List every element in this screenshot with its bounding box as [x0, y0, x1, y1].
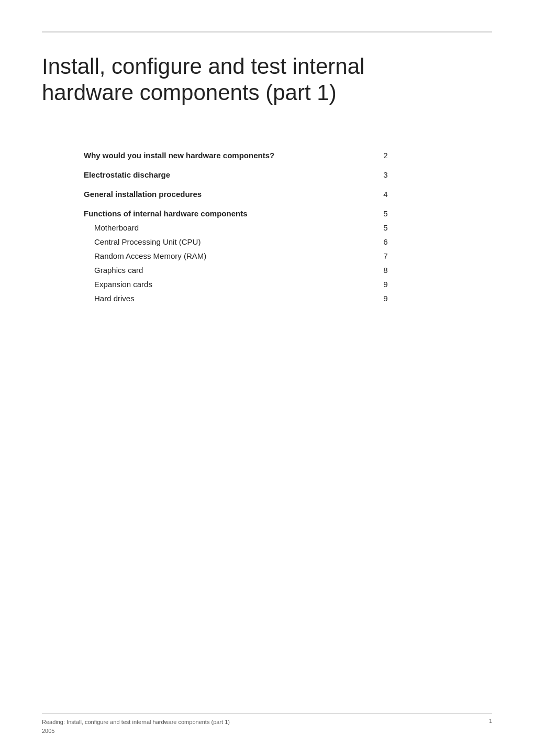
toc-page-general-install: 4 [383, 187, 408, 201]
table-of-contents: Why would you install new hardware compo… [84, 148, 408, 305]
toc-page-electrostatic: 3 [383, 168, 408, 182]
toc-row-cpu: Central Processing Unit (CPU)6 [84, 235, 408, 249]
toc-row-motherboard: Motherboard5 [84, 221, 408, 235]
footer-content: Reading: Install, configure and test int… [42, 718, 492, 735]
footer-border [42, 713, 492, 714]
toc-spacer [84, 162, 408, 168]
footer-reading-info: Reading: Install, configure and test int… [42, 718, 230, 735]
toc-spacer [84, 201, 408, 206]
toc-page-cpu: 6 [383, 235, 408, 249]
toc-row-graphics-card: Graphics card8 [84, 263, 408, 277]
footer-year: 2005 [42, 727, 230, 736]
toc-row-general-install: General installation procedures4 [84, 187, 408, 201]
toc-label-cpu: Central Processing Unit (CPU) [84, 235, 383, 249]
footer-reading-label: Reading: Install, configure and test int… [42, 718, 230, 727]
page-title: Install, configure and test internal har… [42, 53, 408, 106]
toc-page-why-install: 2 [383, 148, 408, 162]
toc-row-ram: Random Access Memory (RAM)7 [84, 249, 408, 263]
toc-page-expansion-cards: 9 [383, 277, 408, 291]
toc-label-general-install: General installation procedures [84, 187, 383, 201]
footer: Reading: Install, configure and test int… [42, 713, 492, 735]
toc-label-hard-drives: Hard drives [84, 291, 383, 305]
page: Install, configure and test internal har… [0, 0, 534, 756]
toc-label-functions-internal: Functions of internal hardware component… [84, 206, 383, 221]
toc-row-hard-drives: Hard drives9 [84, 291, 408, 305]
toc-label-electrostatic: Electrostatic discharge [84, 168, 383, 182]
toc-page-hard-drives: 9 [383, 291, 408, 305]
toc-row-functions-internal: Functions of internal hardware component… [84, 206, 408, 221]
toc-page-functions-internal: 5 [383, 206, 408, 221]
toc-row-electrostatic: Electrostatic discharge3 [84, 168, 408, 182]
toc-label-expansion-cards: Expansion cards [84, 277, 383, 291]
top-border [42, 31, 492, 32]
footer-page-number: 1 [489, 718, 492, 724]
toc-label-motherboard: Motherboard [84, 221, 383, 235]
toc-label-graphics-card: Graphics card [84, 263, 383, 277]
toc-label-why-install: Why would you install new hardware compo… [84, 148, 383, 162]
toc-row-expansion-cards: Expansion cards9 [84, 277, 408, 291]
toc-page-ram: 7 [383, 249, 408, 263]
toc-row-why-install: Why would you install new hardware compo… [84, 148, 408, 162]
toc-label-ram: Random Access Memory (RAM) [84, 249, 383, 263]
toc-spacer [84, 182, 408, 187]
toc-page-motherboard: 5 [383, 221, 408, 235]
toc-page-graphics-card: 8 [383, 263, 408, 277]
